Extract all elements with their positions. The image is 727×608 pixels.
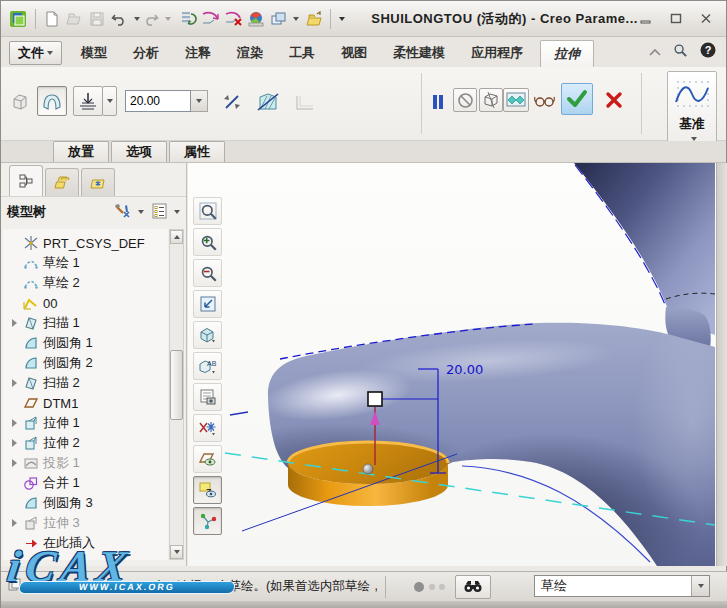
tab-placement[interactable]: 放置 [53,141,109,162]
help-icon[interactable]: ? [700,42,716,61]
open-session-folder-button[interactable] [303,7,326,31]
remove-material-button[interactable] [253,87,283,117]
open-file-button[interactable] [63,7,86,31]
save-button[interactable] [86,7,109,31]
regenerate-list-button[interactable] [177,7,200,31]
tree-item-round1[interactable]: 倒圆角 1 [3,333,168,353]
regenerate-button[interactable] [200,7,223,31]
tree-item-sketch1[interactable]: 草绘 1 [3,253,168,273]
tree-tools-dropdown[interactable] [138,210,144,214]
tab-extrude-active[interactable]: 拉伸 [540,40,594,67]
saved-views-button[interactable]: AB [193,352,222,380]
status-prompt: 选择 1 个草绘。(如果首选内部草绘，可在放置面板 [177,578,377,595]
box-zoom-button[interactable] [193,197,222,225]
tab-file[interactable]: 文件 [9,41,62,65]
tree-tools-icon[interactable] [113,203,131,222]
view-manager-button[interactable] [193,383,222,411]
tab-model[interactable]: 模型 [68,40,120,67]
depth-option-button[interactable] [73,86,103,116]
tree-item-round3[interactable]: 倒圆角 3 [3,493,168,513]
extrude-as-surface-button[interactable] [37,86,67,116]
faucet-model-view: 20.00 [188,163,716,566]
datum-group-label: 基准 [679,115,705,133]
tab-flexible-modeling[interactable]: 柔性建模 [380,40,458,67]
selection-filter-combo[interactable]: 草绘 [534,575,710,597]
regenerate-failed-button[interactable] [222,7,245,31]
tree-settings-icon[interactable] [152,203,167,222]
tree-item-sweep2[interactable]: 扫描 2 [3,373,168,393]
display-style-button[interactable] [193,321,222,349]
scroll-up-button[interactable] [170,230,183,244]
pause-button[interactable] [429,90,447,114]
tab-analysis[interactable]: 分析 [120,40,172,67]
scroll-thumb[interactable] [170,350,183,420]
tree-item-merge1[interactable]: 合并 1 [3,473,168,493]
tree-item-sweep1[interactable]: 扫描 1 [3,313,168,333]
tree-item-extrude2[interactable]: 拉伸 2 [3,433,168,453]
thicken-sketch-button[interactable] [293,91,317,115]
tab-view[interactable]: 视图 [328,40,380,67]
tree-item-round2[interactable]: 倒圆角 2 [3,353,168,373]
favorites-tab[interactable] [81,168,115,196]
depth-option-dropdown[interactable] [102,86,117,116]
tab-options[interactable]: 选项 [111,141,167,162]
extrude-as-solid-button[interactable] [7,89,33,115]
spin-center-button[interactable] [193,507,222,535]
annotation-display-button[interactable]: Z [193,476,222,504]
geometry-preview-toggle[interactable] [503,88,529,112]
tree-item-dtm1[interactable]: DTM1 [3,393,168,413]
small-edge-dash [230,412,248,415]
folder-browser-tab[interactable] [45,168,79,196]
tree-item-extrude1[interactable]: 拉伸 1 [3,413,168,433]
tab-applications[interactable]: 应用程序 [458,40,536,67]
flip-direction-button[interactable] [219,89,245,115]
depth-value-dropdown[interactable] [191,90,208,112]
depth-value-input[interactable] [125,90,191,112]
undo-button[interactable] [108,7,131,31]
tree-scrollbar[interactable] [169,229,184,560]
close-button[interactable] [698,12,714,26]
minimize-button[interactable] [638,12,654,26]
appearance-gallery-button[interactable] [245,7,268,31]
redo-button[interactable] [140,7,163,31]
scroll-down-button[interactable] [170,545,183,559]
tree-item-sketch2[interactable]: 草绘 2 [3,273,168,293]
new-file-button[interactable] [40,7,63,31]
tab-tools[interactable]: 工具 [276,40,328,67]
tab-annotate[interactable]: 注释 [172,40,224,67]
redo-dropdown[interactable] [165,17,171,21]
restore-button[interactable] [668,12,684,26]
refit-button[interactable] [193,290,222,318]
tree-settings-dropdown[interactable] [174,210,180,214]
tree-item-projection1[interactable]: 投影 1 [3,453,168,473]
svg-text:AB: AB [207,360,217,367]
dashboard-panel-tabs: 放置 选项 属性 [1,141,726,163]
cancel-button[interactable] [601,87,627,113]
tree-item-insert-here[interactable]: 在此插入 [3,533,168,553]
tab-properties[interactable]: 属性 [169,141,225,162]
graphics-toolbar: AB Z [193,197,223,535]
model-tree-tab[interactable] [9,165,43,196]
undo-dropdown[interactable] [134,17,140,21]
windows-button[interactable] [267,7,290,31]
wireframe-preview-toggle[interactable] [479,88,503,112]
graphics-area[interactable]: 20.00 [188,163,716,566]
filter-dropdown-arrow[interactable] [691,576,709,596]
tree-item-curve00[interactable]: 00 [3,293,168,313]
windows-dropdown[interactable] [293,17,299,21]
minimize-ribbon-icon[interactable] [649,44,661,59]
plane-display-button[interactable] [193,445,222,473]
quick-access-options-dropdown[interactable] [339,17,345,21]
ok-button[interactable] [561,83,593,115]
zoom-out-button[interactable] [193,259,222,287]
datum-display-button[interactable] [193,414,222,442]
no-preview-toggle[interactable] [453,88,477,112]
dimension-value-label[interactable]: 20.00 [446,362,483,377]
verify-glasses-button[interactable] [533,91,557,111]
tab-render[interactable]: 渲染 [224,40,276,67]
search-icon[interactable] [673,43,688,61]
tree-item-extrude3[interactable]: 拉伸 3 [3,513,168,533]
tree-item-csys[interactable]: PRT_CSYS_DEF [3,233,168,253]
find-button[interactable] [455,575,491,599]
zoom-in-button[interactable] [193,228,222,256]
